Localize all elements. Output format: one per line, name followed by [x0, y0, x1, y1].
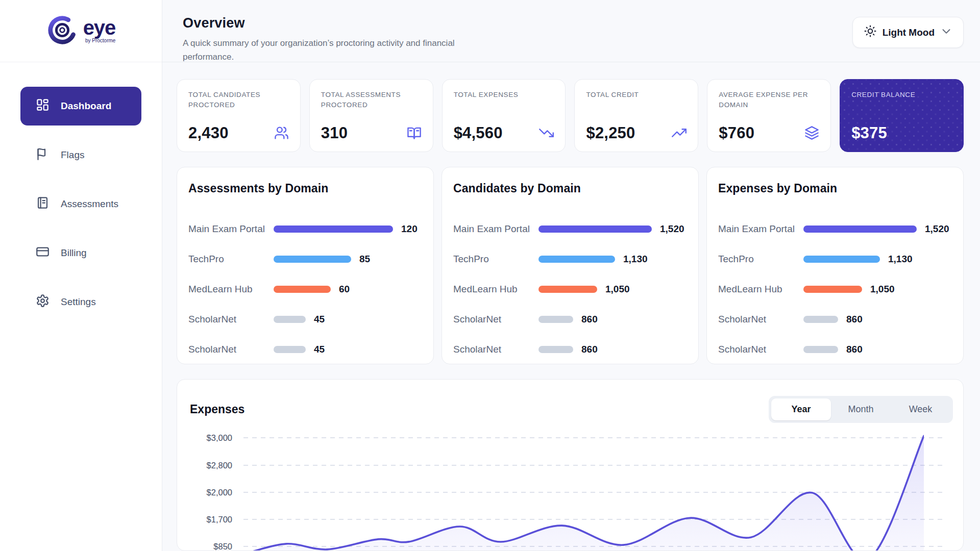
domain-charts-row: Assessments by Domain Main Exam Portal 1…: [177, 167, 964, 364]
domain-bar: [538, 286, 597, 293]
domain-row: ScholarNet 860: [718, 334, 952, 364]
domain-row-label: ScholarNet: [188, 314, 274, 325]
domain-card: Expenses by Domain Main Exam Portal 1,52…: [706, 167, 964, 364]
sun-icon: [864, 25, 876, 40]
sidebar-item-assessments[interactable]: Assessments: [20, 185, 141, 223]
domain-bar: [538, 256, 615, 263]
expenses-line-svg: [243, 431, 924, 551]
domain-row-value: 45: [314, 314, 325, 325]
sidebar-item-settings[interactable]: Settings: [20, 283, 141, 321]
domain-card-title: Candidates by Domain: [453, 182, 687, 195]
domain-bar: [538, 226, 652, 233]
domain-row: ScholarNet 860: [718, 304, 952, 334]
domain-row: Main Exam Portal 120: [188, 214, 422, 244]
domain-row-label: Main Exam Portal: [188, 223, 274, 235]
trending-up-icon: [672, 126, 687, 142]
domain-row-label: MedLearn Hub: [718, 284, 803, 295]
eye-logo-icon: [46, 14, 78, 48]
domain-bar: [803, 256, 880, 263]
domain-row-value: 120: [401, 223, 418, 235]
domain-row: MedLearn Hub 1,050: [453, 274, 687, 304]
stat-card: TOTAL CANDIDATES PROCTORED 2,430: [177, 79, 301, 152]
expenses-title: Expenses: [190, 403, 244, 416]
range-tabs: YearMonthWeek: [769, 396, 953, 423]
area-fill: [243, 436, 924, 551]
domain-row-value: 1,050: [870, 284, 895, 295]
tab-week[interactable]: Week: [891, 398, 950, 420]
stat-card-label: CREDIT BALANCE: [851, 90, 952, 100]
sidebar-item-label: Dashboard: [61, 101, 111, 112]
domain-bar: [803, 226, 917, 233]
domain-bar: [803, 346, 838, 353]
domain-row: MedLearn Hub 1,050: [718, 274, 952, 304]
domain-row: ScholarNet 860: [453, 304, 687, 334]
stat-card-value: 310: [321, 124, 348, 142]
domain-row: TechPro 1,130: [453, 244, 687, 274]
domain-row-label: Main Exam Portal: [453, 223, 538, 235]
stat-card-value: $760: [719, 124, 754, 142]
domain-card-title: Expenses by Domain: [718, 182, 952, 195]
expenses-line-chart: $3,000$2,800$2,000$1,700$850: [177, 431, 963, 551]
stat-card-value: 2,430: [188, 124, 229, 142]
domain-row-label: ScholarNet: [453, 314, 538, 325]
domain-row-value: 860: [581, 344, 598, 355]
sidebar-item-dashboard[interactable]: Dashboard: [20, 87, 141, 126]
tab-month[interactable]: Month: [831, 398, 891, 420]
domain-bar: [274, 346, 306, 353]
y-axis-label: $3,000: [186, 432, 232, 443]
brand-logo: eye by Proctorme: [0, 0, 162, 62]
sidebar-item-flags[interactable]: Flags: [20, 136, 141, 174]
sidebar: eye by Proctorme Dashboard Flags Assessm…: [0, 0, 162, 551]
domain-bar: [274, 286, 331, 293]
sidebar-item-label: Billing: [61, 247, 87, 259]
domain-row-value: 1,050: [605, 284, 630, 295]
stat-card-value: $375: [851, 124, 887, 142]
domain-row-value: 1,520: [660, 223, 684, 235]
tab-year[interactable]: Year: [771, 398, 831, 420]
stat-card-label: TOTAL EXPENSES: [454, 90, 554, 100]
domain-row-value: 85: [359, 254, 370, 265]
sidebar-item-billing[interactable]: Billing: [20, 234, 141, 272]
brand-byline: by Proctorme: [85, 38, 115, 43]
expenses-card: Expenses YearMonthWeek $3,000$2,800$2,00…: [177, 379, 964, 551]
theme-toggle-label: Light Mood: [883, 27, 935, 38]
sidebar-item-label: Flags: [61, 149, 84, 161]
page-title: Overview: [183, 15, 461, 31]
layers-icon: [804, 126, 819, 142]
y-axis-label: $2,000: [186, 487, 232, 498]
domain-row-label: ScholarNet: [188, 344, 274, 355]
domain-card-title: Assessments by Domain: [188, 182, 422, 195]
domain-bar: [538, 346, 573, 353]
stat-card: AVERAGE EXPENSE PER DOMAIN $760: [707, 79, 831, 152]
stat-card: CREDIT BALANCE $375: [840, 79, 964, 152]
domain-row: TechPro 1,130: [718, 244, 952, 274]
domain-row: Main Exam Portal 1,520: [453, 214, 687, 244]
domain-row: Main Exam Portal 1,520: [718, 214, 952, 244]
y-axis-label: $2,800: [186, 460, 232, 471]
domain-row-label: ScholarNet: [718, 344, 803, 355]
domain-bar: [803, 316, 838, 323]
stat-card-value: $2,250: [586, 124, 635, 142]
stat-card-label: TOTAL ASSESSMENTS PROCTORED: [321, 90, 422, 111]
domain-row-value: 45: [314, 344, 325, 355]
domain-bar: [274, 316, 306, 323]
domain-row-label: TechPro: [718, 254, 803, 265]
flag-icon: [36, 147, 50, 163]
stat-card: TOTAL EXPENSES $4,560: [442, 79, 566, 152]
domain-row-value: 1,130: [888, 254, 913, 265]
page-header: Overview A quick summary of your organiz…: [162, 0, 980, 62]
domain-row-label: Main Exam Portal: [718, 223, 803, 235]
domain-row: ScholarNet 860: [453, 334, 687, 364]
domain-bar: [803, 286, 862, 293]
stat-card: TOTAL ASSESSMENTS PROCTORED 310: [309, 79, 433, 152]
domain-row-label: MedLearn Hub: [188, 284, 274, 295]
domain-row-label: MedLearn Hub: [453, 284, 538, 295]
sidebar-nav: Dashboard Flags Assessments Billing Sett…: [0, 62, 162, 321]
page-subtitle: A quick summary of your organization’s p…: [183, 36, 461, 64]
domain-row-label: TechPro: [188, 254, 274, 265]
stat-cards-row: TOTAL CANDIDATES PROCTORED 2,430 TOTAL A…: [177, 79, 964, 152]
theme-toggle-button[interactable]: Light Mood: [852, 17, 964, 48]
domain-row: ScholarNet 45: [188, 334, 422, 364]
y-axis-label: $850: [186, 541, 232, 551]
domain-row-label: ScholarNet: [453, 344, 538, 355]
